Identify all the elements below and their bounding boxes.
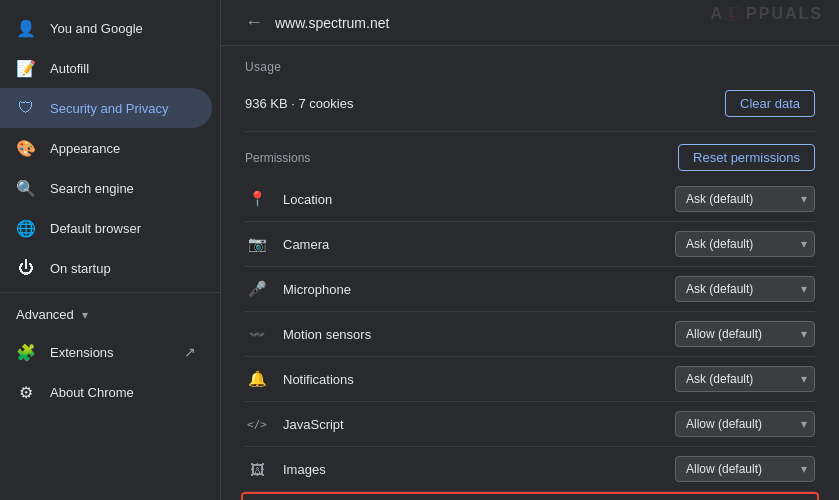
sidebar: 👤 You and Google 📝 Autofill 🛡 Security a… xyxy=(0,0,220,500)
sidebar-divider xyxy=(0,292,220,293)
permission-row-notifications: 🔔 Notifications Ask (default) Allow Bloc… xyxy=(245,357,815,402)
autofill-icon: 📝 xyxy=(16,58,36,78)
sidebar-item-label: You and Google xyxy=(50,21,196,36)
usage-row: 936 KB · 7 cookies Clear data xyxy=(245,82,815,132)
sidebar-item-label: Security and Privacy xyxy=(50,101,196,116)
main-content: ← www.spectrum.net A🎩PPUALS Usage 936 KB… xyxy=(220,0,839,500)
advanced-section[interactable]: Advanced ▾ xyxy=(0,297,220,332)
location-select-wrapper: Ask (default) Allow Block xyxy=(675,186,815,212)
sidebar-item-extensions[interactable]: 🧩 Extensions ↗ xyxy=(0,332,212,372)
usage-section-label: Usage xyxy=(245,46,815,82)
sidebar-item-search-engine[interactable]: 🔍 Search engine xyxy=(0,168,212,208)
sidebar-item-on-startup[interactable]: ⏻ On startup xyxy=(0,248,212,288)
camera-icon: 📷 xyxy=(245,235,269,253)
permission-label-javascript: JavaScript xyxy=(283,417,675,432)
images-icon: 🖼 xyxy=(245,461,269,478)
sidebar-item-label: Search engine xyxy=(50,181,196,196)
motion-sensors-select[interactable]: Allow (default) Block xyxy=(675,321,815,347)
chevron-down-icon: ▾ xyxy=(82,308,88,322)
security-icon: 🛡 xyxy=(16,98,36,118)
sidebar-item-about-chrome[interactable]: ⚙ About Chrome xyxy=(0,372,212,412)
reset-permissions-button[interactable]: Reset permissions xyxy=(678,144,815,171)
sidebar-item-label: Autofill xyxy=(50,61,196,76)
camera-select-wrapper: Ask (default) Allow Block xyxy=(675,231,815,257)
page-header: ← www.spectrum.net A🎩PPUALS xyxy=(221,0,839,46)
permission-row-popups: ⊔ Pop-ups and redirects Block (default) … xyxy=(241,492,819,500)
location-select[interactable]: Ask (default) Allow Block xyxy=(675,186,815,212)
advanced-label: Advanced xyxy=(16,307,74,322)
default-browser-icon: 🌐 xyxy=(16,218,36,238)
permissions-header: Permissions Reset permissions xyxy=(245,132,815,177)
permission-label-camera: Camera xyxy=(283,237,675,252)
microphone-select-wrapper: Ask (default) Allow Block xyxy=(675,276,815,302)
sidebar-item-label: About Chrome xyxy=(50,385,196,400)
content-area: Usage 936 KB · 7 cookies Clear data Perm… xyxy=(221,46,839,500)
images-select-wrapper: Allow (default) Block xyxy=(675,456,815,482)
javascript-select[interactable]: Allow (default) Block xyxy=(675,411,815,437)
extensions-icon: 🧩 xyxy=(16,342,36,362)
sidebar-item-label: Extensions xyxy=(50,345,184,360)
camera-select[interactable]: Ask (default) Allow Block xyxy=(675,231,815,257)
permission-row-javascript: </> JavaScript Allow (default) Block xyxy=(245,402,815,447)
microphone-select[interactable]: Ask (default) Allow Block xyxy=(675,276,815,302)
notifications-select[interactable]: Ask (default) Allow Block xyxy=(675,366,815,392)
usage-info: 936 KB · 7 cookies xyxy=(245,96,353,111)
microphone-icon: 🎤 xyxy=(245,280,269,298)
images-select[interactable]: Allow (default) Block xyxy=(675,456,815,482)
sidebar-item-label: Appearance xyxy=(50,141,196,156)
sidebar-item-label: Default browser xyxy=(50,221,196,236)
permission-row-location: 📍 Location Ask (default) Allow Block xyxy=(245,177,815,222)
javascript-icon: </> xyxy=(245,418,269,431)
back-button[interactable]: ← xyxy=(245,12,263,33)
about-chrome-icon: ⚙ xyxy=(16,382,36,402)
external-link-icon: ↗ xyxy=(184,344,196,360)
location-icon: 📍 xyxy=(245,190,269,208)
sidebar-item-label: On startup xyxy=(50,261,196,276)
sidebar-item-autofill[interactable]: 📝 Autofill xyxy=(0,48,212,88)
search-engine-icon: 🔍 xyxy=(16,178,36,198)
sidebar-item-security-privacy[interactable]: 🛡 Security and Privacy xyxy=(0,88,212,128)
permission-label-microphone: Microphone xyxy=(283,282,675,297)
you-google-icon: 👤 xyxy=(16,18,36,38)
permission-row-motion-sensors: 〰️ Motion sensors Allow (default) Block xyxy=(245,312,815,357)
clear-data-button[interactable]: Clear data xyxy=(725,90,815,117)
notifications-select-wrapper: Ask (default) Allow Block xyxy=(675,366,815,392)
appearance-icon: 🎨 xyxy=(16,138,36,158)
permission-label-location: Location xyxy=(283,192,675,207)
notifications-icon: 🔔 xyxy=(245,370,269,388)
permission-label-motion-sensors: Motion sensors xyxy=(283,327,675,342)
site-url: www.spectrum.net xyxy=(275,15,389,31)
permissions-label: Permissions xyxy=(245,151,310,165)
javascript-select-wrapper: Allow (default) Block xyxy=(675,411,815,437)
on-startup-icon: ⏻ xyxy=(16,258,36,278)
sidebar-item-appearance[interactable]: 🎨 Appearance xyxy=(0,128,212,168)
sidebar-item-default-browser[interactable]: 🌐 Default browser xyxy=(0,208,212,248)
permission-row-camera: 📷 Camera Ask (default) Allow Block xyxy=(245,222,815,267)
appuals-logo: A🎩PPUALS xyxy=(711,4,823,23)
motion-sensors-icon: 〰️ xyxy=(245,327,269,342)
sidebar-item-you-google[interactable]: 👤 You and Google xyxy=(0,8,212,48)
permission-row-microphone: 🎤 Microphone Ask (default) Allow Block xyxy=(245,267,815,312)
permission-label-images: Images xyxy=(283,462,675,477)
permission-label-notifications: Notifications xyxy=(283,372,675,387)
permission-row-images: 🖼 Images Allow (default) Block xyxy=(245,447,815,492)
motion-sensors-select-wrapper: Allow (default) Block xyxy=(675,321,815,347)
